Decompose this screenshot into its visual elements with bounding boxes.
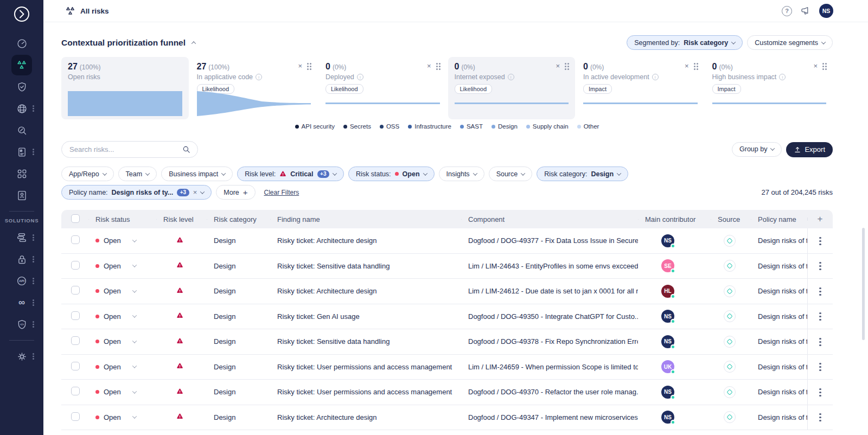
sidebar-item-secrets[interactable] xyxy=(0,248,43,270)
component-link[interactable]: Lim / LIM-24643 - EntityProfiles in some… xyxy=(468,262,638,270)
kebab-menu-icon[interactable] xyxy=(816,286,825,296)
kebab-icon[interactable] xyxy=(33,353,34,355)
column-risk-status[interactable]: Risk status xyxy=(88,215,156,223)
customize-segments-dropdown[interactable]: Customize segments xyxy=(747,35,833,50)
filter-team[interactable]: Team xyxy=(118,167,157,181)
chevron-down-icon[interactable] xyxy=(132,338,137,343)
segmented-by-dropdown[interactable]: Segmented by: Risk category xyxy=(627,35,743,50)
table-row[interactable]: Open Design Risky ticket: Architecture d… xyxy=(61,279,833,304)
finding-name-link[interactable]: Risky ticket: Architecture design xyxy=(277,413,377,421)
chevron-down-icon[interactable] xyxy=(132,238,137,242)
segment-deployed[interactable]: 0(0%) Deployedi Likelihood × xyxy=(319,57,446,119)
filter-risk-category[interactable]: Risk category: Design xyxy=(537,167,628,181)
chevron-down-icon[interactable] xyxy=(132,389,137,393)
kebab-menu-icon[interactable] xyxy=(816,362,825,372)
contributor-avatar[interactable]: HL xyxy=(661,285,674,298)
kebab-menu-icon[interactable] xyxy=(816,337,825,347)
segment-high-business-impact[interactable]: 0(0%) High business impacti Impact × xyxy=(706,57,833,119)
table-row[interactable]: Open Design Risky ticket: Sensitive data… xyxy=(61,329,833,355)
sidebar-item-reports[interactable] xyxy=(0,141,43,163)
kebab-menu-icon[interactable] xyxy=(816,311,825,321)
segment-open-risks[interactable]: 27(100%) Open risks xyxy=(61,57,189,119)
search-input[interactable] xyxy=(69,145,182,153)
info-icon[interactable]: i xyxy=(652,74,659,80)
export-button[interactable]: Export xyxy=(786,142,833,157)
component-link[interactable]: Dogfood / DOG-49347 - Implement new micr… xyxy=(468,413,638,421)
sidebar-item-integrations[interactable] xyxy=(0,163,43,184)
info-icon[interactable]: i xyxy=(357,74,363,80)
kebab-icon[interactable] xyxy=(33,105,34,107)
column-risk-category[interactable]: Risk category xyxy=(207,215,270,223)
close-icon[interactable]: × xyxy=(298,63,302,69)
sidebar-item-inventory[interactable] xyxy=(0,98,43,119)
column-finding-name[interactable]: Finding name xyxy=(270,215,461,223)
source-icon[interactable] xyxy=(724,361,736,373)
filter-risk-level[interactable]: Risk level: Critical +3 xyxy=(237,167,344,181)
component-link[interactable]: Dogfood / DOG-49378 - Fix Repo Synchroni… xyxy=(468,337,638,346)
vertical-scrollbar[interactable] xyxy=(862,228,865,340)
kebab-menu-icon[interactable] xyxy=(816,261,825,271)
close-icon[interactable]: × xyxy=(193,188,197,196)
column-policy-name[interactable]: Policy name xyxy=(751,215,807,223)
kebab-menu-icon[interactable] xyxy=(816,387,825,397)
chevron-down-icon[interactable] xyxy=(132,263,137,267)
sidebar-item-cicd[interactable]: ∞ xyxy=(0,292,43,314)
filter-risk-status[interactable]: Risk status: Open xyxy=(348,167,435,181)
close-icon[interactable]: × xyxy=(813,63,818,69)
source-icon[interactable] xyxy=(724,386,736,398)
finding-name-link[interactable]: Risky ticket: Architecture design xyxy=(277,236,377,245)
filter-insights[interactable]: Insights xyxy=(439,167,484,181)
info-icon[interactable]: i xyxy=(508,74,514,80)
filter-source[interactable]: Source xyxy=(489,167,533,181)
filter-policy-name[interactable]: Policy name: Design risks of ty... +3 × xyxy=(61,185,212,200)
row-checkbox[interactable] xyxy=(71,362,80,370)
source-icon[interactable] xyxy=(724,336,736,348)
contributor-avatar[interactable]: UK xyxy=(661,360,674,373)
filter-app-repo[interactable]: App/Repo xyxy=(61,167,114,181)
group-by-dropdown[interactable]: Group by xyxy=(732,142,782,157)
chevron-down-icon[interactable] xyxy=(132,364,137,368)
component-link[interactable]: Dogfood / DOG-49370 - Refactor the user … xyxy=(468,388,638,396)
row-checkbox[interactable] xyxy=(71,286,80,295)
segment-in-applicative-code[interactable]: 27(100%) In applicative codei Likelihood… xyxy=(190,57,318,119)
add-column-button[interactable]: + xyxy=(807,214,833,225)
kebab-icon[interactable] xyxy=(33,149,34,150)
table-row[interactable]: Open Design Risky ticket: Architecture d… xyxy=(61,228,833,254)
component-link[interactable]: Lim / LIM-24659 - When permission Scope … xyxy=(468,363,638,371)
chevron-down-icon[interactable] xyxy=(132,414,137,419)
row-checkbox[interactable] xyxy=(71,235,80,244)
kebab-icon[interactable] xyxy=(33,234,34,236)
info-icon[interactable]: i xyxy=(779,74,786,80)
sidebar-item-appsec[interactable]: </> xyxy=(0,314,43,335)
kebab-menu-icon[interactable] xyxy=(816,412,825,422)
help-icon[interactable]: ? xyxy=(782,6,792,16)
drag-handle-icon[interactable] xyxy=(694,63,698,70)
drag-handle-icon[interactable] xyxy=(822,63,827,70)
table-row[interactable]: Open Design Risky ticket: User permissio… xyxy=(61,355,833,380)
contributor-avatar[interactable]: NS xyxy=(661,310,674,323)
contributor-avatar[interactable]: NS xyxy=(661,234,674,247)
component-link[interactable]: Dogfood / DOG-49350 - Integrate ChatGPT … xyxy=(468,312,638,321)
close-icon[interactable]: × xyxy=(427,63,431,69)
segment-in-active-development[interactable]: 0(0%) In active developmenti Impact × xyxy=(577,57,704,119)
contributor-avatar[interactable]: SE xyxy=(661,259,674,272)
close-icon[interactable]: × xyxy=(685,63,689,69)
drag-handle-icon[interactable] xyxy=(436,63,441,70)
sidebar-item-workflows[interactable] xyxy=(0,184,43,206)
sidebar-item-settings[interactable] xyxy=(0,346,43,367)
kebab-icon[interactable] xyxy=(33,299,34,301)
component-link[interactable]: Dogfood / DOG-49377 - Fix Data Loss Issu… xyxy=(468,236,638,245)
finding-name-link[interactable]: Risky ticket: Sensitive data handling xyxy=(277,262,390,270)
select-all-checkbox[interactable] xyxy=(71,214,80,223)
column-source[interactable]: Source xyxy=(711,215,751,223)
filter-business-impact[interactable]: Business impact xyxy=(161,167,233,181)
row-checkbox[interactable] xyxy=(71,261,80,270)
more-filters-button[interactable]: More + xyxy=(216,185,255,200)
sidebar-item-explore[interactable] xyxy=(0,119,43,141)
source-icon[interactable] xyxy=(724,260,736,272)
source-icon[interactable] xyxy=(724,310,736,322)
finding-name-link[interactable]: Risky ticket: User permissions and acces… xyxy=(277,363,452,371)
finding-name-link[interactable]: Risky ticket: User permissions and acces… xyxy=(277,388,452,396)
column-risk-level[interactable]: Risk level xyxy=(156,215,207,223)
segment-internet-exposed[interactable]: 0(0%) Internet exposedi Likelihood × xyxy=(448,57,576,119)
